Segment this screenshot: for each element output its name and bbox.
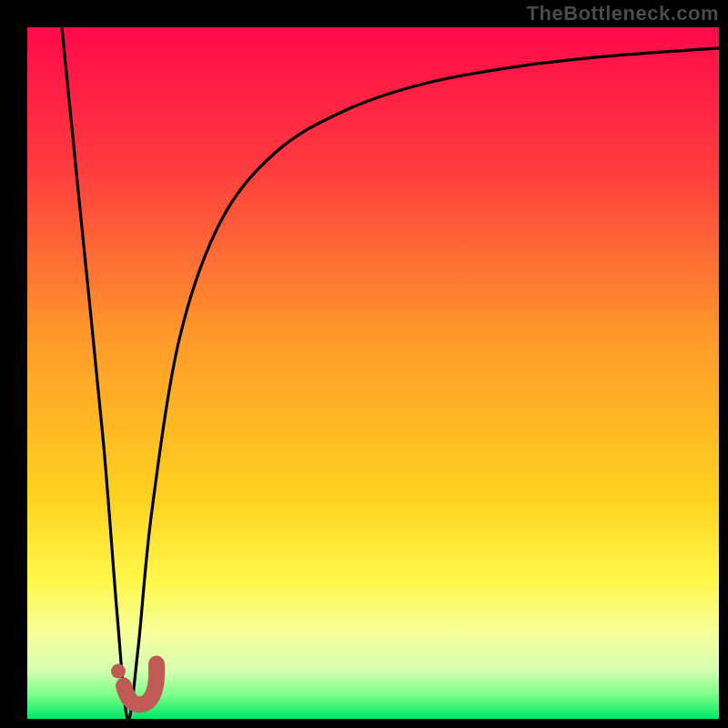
- watermark-text: TheBottleneck.com: [527, 2, 719, 25]
- curve-layer: [27, 27, 719, 719]
- chart-frame: TheBottleneck.com: [0, 0, 728, 728]
- bottleneck-curve: [62, 27, 719, 719]
- svg-point-1: [111, 664, 126, 679]
- plot-area: [27, 27, 719, 719]
